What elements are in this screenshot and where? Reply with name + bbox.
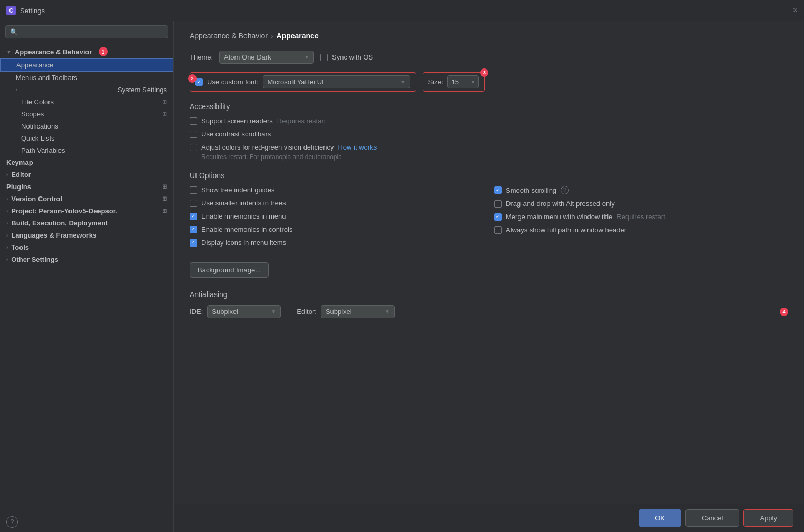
merge-menu-label: Merge main menu with window title <box>506 213 612 221</box>
mnemonics-menu-checkbox[interactable]: ✓ <box>190 213 197 220</box>
font-select[interactable]: Microsoft YaHei UI ▼ <box>263 75 410 88</box>
chevron-right-icon: › <box>6 220 8 226</box>
smooth-scrolling-label: Smooth scrolling <box>506 186 556 194</box>
display-icons-checkbox[interactable]: ✓ <box>190 239 197 247</box>
checkmark-icon: ✓ <box>191 214 195 219</box>
chevron-right-icon: › <box>6 172 8 178</box>
color-blindness-row: Adjust colors for red-green vision defic… <box>190 143 788 151</box>
merge-menu-checkbox[interactable]: ✓ <box>494 213 502 221</box>
nav-item-label: Languages & Frameworks <box>11 231 96 239</box>
chevron-right-icon: › <box>16 87 17 93</box>
ide-antialiasing-select[interactable]: Subpixel ▼ <box>207 305 281 318</box>
screen-readers-row: Support screen readers Requires restart <box>190 117 788 125</box>
smaller-indent-label: Use smaller indents in trees <box>201 199 286 207</box>
color-blindness-checkbox[interactable] <box>190 144 197 151</box>
sidebar-item-notifications[interactable]: Notifications <box>0 120 173 132</box>
sidebar-item-file-colors[interactable]: File Colors ⊞ <box>0 96 173 108</box>
chevron-right-icon: › <box>6 257 8 262</box>
sidebar-item-quick-lists[interactable]: Quick Lists <box>0 132 173 144</box>
action-bar: OK Cancel Apply <box>174 504 804 532</box>
sidebar-item-menus-toolbars[interactable]: Menus and Toolbars <box>0 72 173 84</box>
chevron-down-icon: ▼ <box>304 54 309 60</box>
mnemonics-controls-checkbox[interactable]: ✓ <box>190 226 197 233</box>
sidebar-item-scopes[interactable]: Scopes ⊞ <box>0 108 173 120</box>
mnemonics-controls-row: ✓ Enable mnemonics in controls <box>190 225 484 233</box>
drag-drop-checkbox[interactable] <box>494 200 502 208</box>
accessibility-header: Accessibility <box>190 102 788 111</box>
apply-button[interactable]: Apply <box>743 509 793 527</box>
mnemonics-menu-label: Enable mnemonics in menu <box>201 212 286 220</box>
settings-window: C Settings × 🔍 ▼ Appearance & Behavior 1 <box>0 0 804 532</box>
settings-icon: ⊞ <box>162 98 167 105</box>
font-value: Microsoft YaHei UI <box>268 78 324 86</box>
antialiasing-header: Antialiasing <box>190 290 788 299</box>
how-it-works-link[interactable]: How it works <box>338 143 377 151</box>
nav-item-label: Quick Lists <box>16 134 55 142</box>
smooth-scrolling-checkbox[interactable]: ✓ <box>494 186 502 194</box>
font-checkbox-area: ✓ 2 Use custom font: Microsoft YaHei UI … <box>190 72 416 92</box>
ui-options-left: Show tree indent guides Use smaller inde… <box>190 186 484 252</box>
sidebar-item-editor[interactable]: › Editor <box>0 169 173 181</box>
sidebar-item-tools[interactable]: › Tools <box>0 241 173 253</box>
ide-antialiasing: IDE: Subpixel ▼ <box>190 305 281 318</box>
contrast-scrollbars-checkbox[interactable] <box>190 131 197 138</box>
sidebar-item-appearance[interactable]: Appearance <box>0 58 173 72</box>
search-box[interactable]: 🔍 <box>5 25 168 38</box>
nav-item-label: Path Variables <box>16 146 65 154</box>
sync-os-checkbox[interactable] <box>320 54 328 61</box>
sidebar-item-keymap[interactable]: Keymap <box>0 156 173 169</box>
editor-antialiasing: Editor: Subpixel ▼ <box>297 305 395 318</box>
settings-icon: ⊞ <box>162 208 167 214</box>
settings-icon: ⊞ <box>162 111 167 117</box>
checkmark-icon: ✓ <box>496 188 500 193</box>
theme-row: Theme: Atom One Dark ▼ Sync with OS <box>190 51 788 64</box>
breadcrumb: Appearance & Behavior › Appearance <box>190 32 788 40</box>
merge-menu-row: ✓ Merge main menu with window title Requ… <box>494 213 788 221</box>
sidebar: 🔍 ▼ Appearance & Behavior 1 Appearance M… <box>0 21 174 532</box>
sidebar-item-project[interactable]: › Project: Person-Yolov5-Deepsor. ⊞ <box>0 205 173 217</box>
ok-button[interactable]: OK <box>639 509 681 527</box>
sidebar-item-build[interactable]: › Build, Execution, Deployment <box>0 217 173 229</box>
ide-label: IDE: <box>190 308 203 316</box>
breadcrumb-separator: › <box>271 32 273 40</box>
nav-item-label: Build, Execution, Deployment <box>11 219 107 227</box>
nav-item-label: System Settings <box>117 86 167 94</box>
sidebar-item-version-control[interactable]: › Version Control ⊞ <box>0 193 173 205</box>
editor-antialiasing-select[interactable]: Subpixel ▼ <box>321 305 395 318</box>
nav-item-label: Menus and Toolbars <box>16 74 77 82</box>
font-checkbox[interactable]: ✓ <box>195 78 203 86</box>
search-input[interactable] <box>21 28 163 36</box>
checkmark-icon: ✓ <box>197 80 201 84</box>
nav-item-label: Appearance <box>16 61 53 69</box>
nav-item-label: Version Control <box>11 195 62 203</box>
help-button[interactable]: ? <box>6 516 18 528</box>
close-button[interactable]: × <box>793 6 798 15</box>
checkmark-icon: ✓ <box>191 240 195 245</box>
ui-options-right: ✓ Smooth scrolling ? Drag-and-drop with … <box>494 186 788 252</box>
size-select[interactable]: 15 ▼ <box>447 75 479 88</box>
question-icon[interactable]: ? <box>561 186 569 194</box>
full-path-checkbox[interactable] <box>494 226 502 234</box>
chevron-down-icon: ▼ <box>6 49 12 55</box>
sidebar-item-plugins[interactable]: Plugins ⊞ <box>0 181 173 193</box>
tree-indent-checkbox[interactable] <box>190 186 197 194</box>
mnemonics-controls-label: Enable mnemonics in controls <box>201 225 292 233</box>
display-icons-row: ✓ Display icons in menu items <box>190 239 484 247</box>
screen-readers-checkbox[interactable] <box>190 117 197 125</box>
sidebar-item-languages[interactable]: › Languages & Frameworks <box>0 229 173 241</box>
tree-indent-label: Show tree indent guides <box>201 186 274 194</box>
sidebar-item-system-settings[interactable]: › System Settings <box>0 84 173 96</box>
settings-icon: ⊞ <box>162 183 167 190</box>
theme-select[interactable]: Atom One Dark ▼ <box>219 51 314 64</box>
cancel-button[interactable]: Cancel <box>685 509 739 527</box>
sidebar-item-other-settings[interactable]: › Other Settings <box>0 253 173 265</box>
smaller-indent-checkbox[interactable] <box>190 200 197 207</box>
breadcrumb-parent: Appearance & Behavior <box>190 32 268 40</box>
sidebar-group-appearance-behavior[interactable]: ▼ Appearance & Behavior 1 <box>0 45 173 58</box>
background-image-button[interactable]: Background Image... <box>190 262 269 278</box>
size-label: Size: <box>428 78 444 86</box>
ide-value: Subpixel <box>212 308 238 316</box>
titlebar: C Settings × <box>0 0 804 21</box>
sidebar-item-path-variables[interactable]: Path Variables <box>0 144 173 156</box>
group-label: Appearance & Behavior <box>15 48 92 56</box>
